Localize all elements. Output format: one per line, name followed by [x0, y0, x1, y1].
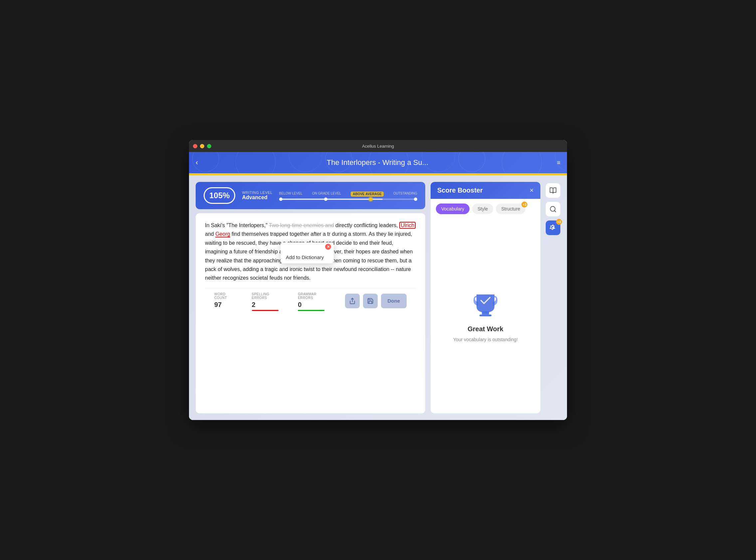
- word-count-label: WORD COUNT: [214, 292, 238, 300]
- bottom-actions: Done: [345, 292, 407, 308]
- level-track: [279, 199, 417, 200]
- minimize-dot[interactable]: [200, 144, 204, 148]
- window-controls: [193, 144, 211, 148]
- sidebar-icons: +3: [546, 182, 560, 413]
- context-menu: ✕ Add to Dictionary: [280, 242, 334, 263]
- grammar-errors-stat: GRAMMAR ERRORS 0: [298, 292, 331, 311]
- context-menu-header: ✕: [280, 242, 334, 251]
- level-dot-1: [279, 198, 283, 201]
- grammar-bar: [298, 310, 325, 311]
- great-work-title: Great Work: [467, 325, 503, 333]
- level-dot-2: [324, 198, 327, 201]
- level-above: ABOVE AVERAGE: [351, 192, 384, 197]
- share-button[interactable]: [345, 294, 360, 308]
- spelling-errors-stat: SPELLING ERRORS 2: [252, 292, 285, 311]
- svg-rect-2: [480, 315, 491, 316]
- titlebar-title: Acellus Learning: [362, 144, 394, 149]
- grammar-errors-label: GRAMMAR ERRORS: [298, 292, 331, 300]
- trophy-icon: [470, 290, 501, 321]
- svg-line-4: [554, 211, 556, 212]
- misspelled-word-2[interactable]: Georg: [215, 231, 230, 237]
- header: ‹ The Interlopers - Writing a Su... ≡: [189, 152, 567, 173]
- close-dot[interactable]: [193, 144, 197, 148]
- essay-text-mid: and: [205, 231, 215, 237]
- rocket-badge: +3: [556, 219, 562, 225]
- level-outstanding: OUTSTANDING: [393, 192, 417, 197]
- score-booster-card: Score Booster ✕ Vocabulary Style Structu…: [431, 182, 540, 413]
- spelling-errors-label: SPELLING ERRORS: [252, 292, 285, 300]
- score-booster-content: Great Work Your vocabulary is outstandin…: [431, 219, 540, 413]
- search-icon-button[interactable]: [546, 202, 560, 217]
- spelling-errors-value: 2: [252, 301, 285, 308]
- main-content: 105% WRITING LEVEL Advanced BELOW LEVEL …: [189, 175, 567, 420]
- level-grade: ON GRADE LEVEL: [312, 192, 341, 197]
- right-panel: Score Booster ✕ Vocabulary Style Structu…: [431, 182, 540, 413]
- misspelled-word-1[interactable]: Ulrich: [399, 222, 415, 229]
- book-icon-button[interactable]: [546, 183, 560, 198]
- score-tabs: Vocabulary Style Structure +3: [431, 199, 540, 219]
- spelling-bar: [252, 310, 278, 311]
- menu-button[interactable]: ≡: [557, 159, 560, 166]
- page-title: The Interlopers - Writing a Su...: [327, 158, 428, 167]
- maximize-dot[interactable]: [207, 144, 211, 148]
- bottom-stats: WORD COUNT 97 SPELLING ERRORS 2 GRAMMAR …: [205, 288, 416, 311]
- tab-structure-wrapper: Structure +3: [496, 203, 525, 214]
- score-booster-header: Score Booster ✕: [431, 182, 540, 199]
- level-labels: BELOW LEVEL ON GRADE LEVEL ABOVE AVERAGE…: [279, 192, 417, 197]
- tab-structure[interactable]: Structure: [496, 203, 525, 214]
- tab-style[interactable]: Style: [472, 203, 493, 214]
- score-booster-close-button[interactable]: ✕: [529, 187, 534, 194]
- grammar-errors-value: 0: [298, 301, 331, 308]
- back-button[interactable]: ‹: [196, 159, 198, 166]
- writing-level-card: 105% WRITING LEVEL Advanced BELOW LEVEL …: [196, 182, 425, 209]
- tab-vocabulary[interactable]: Vocabulary: [436, 203, 469, 214]
- text-area-card[interactable]: In Saki's "The Interlopers," Two long-ti…: [196, 213, 425, 413]
- level-dot-3: [369, 198, 372, 201]
- save-button[interactable]: [363, 294, 378, 308]
- great-work-subtitle: Your vocabulary is outstanding!: [453, 337, 518, 342]
- writing-level-value: Advanced: [242, 195, 272, 201]
- writing-info: WRITING LEVEL Advanced: [242, 191, 272, 201]
- structure-badge: +3: [521, 201, 527, 207]
- word-count-value: 97: [214, 301, 238, 308]
- level-below: BELOW LEVEL: [279, 192, 303, 197]
- score-booster-title: Score Booster: [437, 186, 483, 194]
- add-to-dictionary-item[interactable]: Add to Dictionary: [280, 251, 334, 263]
- level-scale: BELOW LEVEL ON GRADE LEVEL ABOVE AVERAGE…: [279, 192, 417, 200]
- word-count-stat: WORD COUNT 97: [214, 292, 238, 308]
- percentage-display: 105%: [203, 187, 235, 204]
- svg-point-5: [552, 227, 554, 229]
- titlebar: Acellus Learning: [189, 140, 567, 152]
- done-button[interactable]: Done: [381, 294, 407, 308]
- level-dot-4: [414, 198, 417, 201]
- essay-text-before: In Saki's "The Interlopers," Two long-ti…: [205, 222, 399, 228]
- score-booster-icon-button[interactable]: +3: [546, 220, 560, 235]
- level-dots: [279, 198, 417, 201]
- app-window: Acellus Learning ‹ The Interlopers - Wri…: [189, 140, 567, 420]
- left-panel: 105% WRITING LEVEL Advanced BELOW LEVEL …: [196, 182, 425, 413]
- writing-level-label: WRITING LEVEL: [242, 191, 272, 195]
- context-close-button[interactable]: ✕: [325, 244, 331, 250]
